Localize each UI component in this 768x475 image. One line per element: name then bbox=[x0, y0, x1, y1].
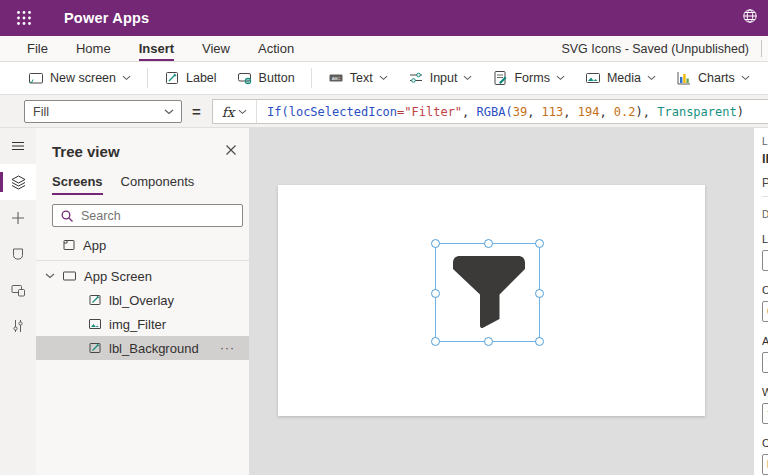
menu-bar: File Home Insert View Action SVG Icons -… bbox=[0, 36, 768, 62]
menu-view[interactable]: View bbox=[202, 37, 230, 61]
resize-handle-mid-right[interactable] bbox=[535, 289, 544, 298]
waffle-icon[interactable] bbox=[0, 0, 48, 36]
formula-field[interactable]: fx If(locSelectedIcon="Filter", RGBA(39,… bbox=[212, 99, 768, 124]
menu-insert[interactable]: Insert bbox=[139, 37, 174, 61]
forms-button[interactable]: Forms bbox=[482, 65, 574, 91]
forms-icon bbox=[492, 70, 508, 86]
input-button[interactable]: Input bbox=[398, 65, 483, 91]
control-type-caption: LABEL bbox=[762, 136, 768, 147]
resize-handle-top-mid[interactable] bbox=[484, 239, 493, 248]
data-icon[interactable] bbox=[0, 236, 36, 272]
color-input[interactable]: RGBA( bbox=[762, 454, 768, 475]
divider bbox=[36, 260, 249, 261]
media-button[interactable]: Media bbox=[575, 65, 666, 91]
canvas-area[interactable] bbox=[250, 128, 753, 475]
left-rail bbox=[0, 128, 36, 475]
charts-icon bbox=[676, 70, 692, 86]
formula-input[interactable]: If(locSelectedIcon="Filter", RGBA(39, 11… bbox=[257, 105, 744, 119]
text-button[interactable]: ABC Text bbox=[318, 65, 398, 91]
chevron-down-icon bbox=[741, 75, 750, 81]
tree-item-lbl-background[interactable]: lbl_Background ··· bbox=[36, 336, 249, 360]
chevron-down-icon bbox=[164, 109, 174, 115]
search-box[interactable] bbox=[52, 204, 243, 227]
field-autoheight: AutoHeight false bbox=[762, 335, 768, 373]
chevron-expanded-icon[interactable] bbox=[45, 273, 55, 279]
selected-control-filter-image[interactable] bbox=[435, 243, 540, 342]
svg-text:ABC: ABC bbox=[331, 76, 340, 81]
field-wrap: Wrap true bbox=[762, 386, 768, 424]
app-title: Power Apps bbox=[64, 10, 149, 26]
divider bbox=[311, 68, 312, 88]
tree-item-app[interactable]: App bbox=[36, 233, 249, 257]
autoheight-input[interactable]: false bbox=[762, 352, 768, 373]
equals-sign: = bbox=[192, 103, 201, 120]
tree-view-title: Tree view bbox=[52, 143, 120, 160]
add-icon[interactable] bbox=[0, 200, 36, 236]
screen-icon bbox=[62, 269, 77, 283]
field-overflow: Overflow Overflow.Hidden bbox=[762, 284, 768, 322]
globe-icon[interactable] bbox=[736, 4, 764, 32]
menu-home[interactable]: Home bbox=[76, 37, 111, 61]
charts-button[interactable]: Charts bbox=[666, 65, 760, 91]
menu-file[interactable]: File bbox=[27, 37, 48, 61]
tree-item-lbl-overlay[interactable]: lbl_Overlay bbox=[36, 288, 249, 312]
tree-view-panel: Tree view Screens Components App bbox=[36, 128, 250, 475]
insert-toolbar: New screen Label Button ABC Text In bbox=[0, 62, 768, 95]
fx-label: fx bbox=[222, 104, 235, 120]
property-selector[interactable]: Fill bbox=[24, 100, 182, 123]
more-options-icon[interactable]: ··· bbox=[220, 341, 235, 355]
tree-item-img-filter[interactable]: img_Filter bbox=[36, 312, 249, 336]
input-icon bbox=[408, 70, 424, 86]
tree-view-icon[interactable] bbox=[0, 164, 36, 200]
resize-handle-top-left[interactable] bbox=[431, 239, 440, 248]
chevron-down-icon bbox=[238, 109, 247, 115]
label-icon bbox=[164, 70, 180, 86]
app-icon bbox=[62, 238, 76, 252]
label-control-icon bbox=[88, 293, 102, 307]
image-control-icon bbox=[88, 317, 102, 331]
chevron-down-icon bbox=[122, 75, 131, 81]
wrap-input[interactable]: true bbox=[762, 403, 768, 424]
tree-item-app-screen[interactable]: App Screen bbox=[36, 264, 249, 288]
label-button[interactable]: Label bbox=[154, 65, 227, 91]
resize-handle-bottom-mid[interactable] bbox=[484, 337, 493, 346]
search-icon bbox=[60, 209, 74, 223]
button-button[interactable]: Button bbox=[227, 65, 305, 91]
chevron-down-icon bbox=[647, 75, 656, 81]
search-input[interactable] bbox=[81, 209, 231, 223]
icons-button[interactable]: Icons bbox=[760, 65, 768, 91]
label-control-icon bbox=[88, 341, 102, 355]
resize-handle-bottom-right[interactable] bbox=[535, 337, 544, 346]
media-screens-icon[interactable] bbox=[0, 272, 36, 308]
menu-action[interactable]: Action bbox=[258, 37, 294, 61]
media-icon bbox=[585, 70, 601, 86]
app-screen-artboard[interactable] bbox=[278, 185, 705, 416]
filter-funnel-graphic[interactable] bbox=[452, 255, 526, 332]
chevron-down-icon bbox=[556, 75, 565, 81]
section-design: DESIGN bbox=[762, 209, 768, 220]
overflow-input[interactable]: Overflow.Hidden bbox=[762, 301, 768, 322]
advanced-tools-icon[interactable] bbox=[0, 308, 36, 344]
divider bbox=[147, 68, 148, 88]
resize-handle-bottom-left[interactable] bbox=[431, 337, 440, 346]
resize-handle-top-right[interactable] bbox=[535, 239, 544, 248]
property-selector-value: Fill bbox=[25, 105, 49, 119]
lineheight-input[interactable]: 1.2 bbox=[762, 250, 768, 271]
new-screen-button[interactable]: New screen bbox=[18, 65, 141, 91]
main-area: Tree view Screens Components App bbox=[0, 128, 768, 475]
divider bbox=[761, 40, 762, 57]
close-icon[interactable] bbox=[223, 140, 239, 162]
new-screen-icon bbox=[28, 70, 44, 86]
field-color: Color RGBA( bbox=[762, 437, 768, 475]
formula-bar: Fill = fx If(locSelectedIcon="Filter", R… bbox=[0, 95, 768, 128]
tab-screens[interactable]: Screens bbox=[52, 174, 103, 195]
tab-properties[interactable]: Properties bbox=[762, 176, 768, 197]
tab-components[interactable]: Components bbox=[121, 174, 195, 195]
control-name: lbl_Background bbox=[762, 151, 768, 166]
app-save-status: SVG Icons - Saved (Unpublished) bbox=[561, 42, 749, 56]
field-lineheight: LineHeight 1.2 bbox=[762, 233, 768, 271]
resize-handle-mid-left[interactable] bbox=[431, 289, 440, 298]
chevron-down-icon bbox=[463, 75, 472, 81]
hamburger-icon[interactable] bbox=[0, 128, 36, 164]
fx-dropdown[interactable]: fx bbox=[213, 100, 257, 123]
